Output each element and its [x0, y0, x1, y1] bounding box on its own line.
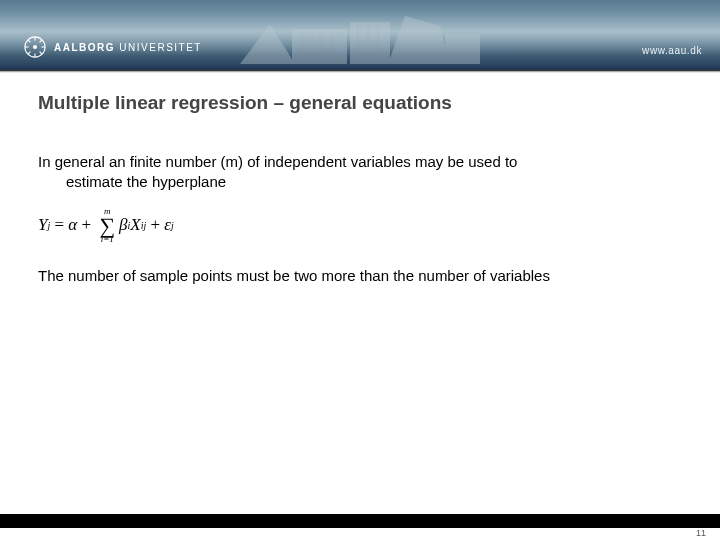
equation: Yj = α + m ∑ i=1 βi Xij + εj	[38, 207, 682, 245]
logo-sub: UNIVERSITET	[119, 42, 202, 53]
eq-plus2: +	[151, 214, 161, 237]
para1-line1: In general an finite number (m) of indep…	[38, 153, 517, 170]
eq-beta: β	[119, 214, 127, 237]
eq-sum-bot: i=1	[101, 235, 114, 244]
para1-line2: estimate the hyperplane	[38, 172, 682, 192]
svg-rect-2	[350, 22, 390, 64]
paragraph-2: The number of sample points must be two …	[38, 266, 682, 286]
svg-line-20	[28, 52, 31, 55]
slide: AALBORG UNIVERSITET www.aau.dk Multiple …	[0, 0, 720, 540]
header-url: www.aau.dk	[642, 45, 702, 56]
paragraph-1: In general an finite number (m) of indep…	[38, 152, 682, 193]
slide-title: Multiple linear regression – general equ…	[38, 92, 682, 114]
footer-bar	[0, 514, 720, 528]
eq-sum: m ∑ i=1	[99, 207, 115, 245]
svg-rect-4	[445, 34, 480, 64]
eq-sum-symbol: ∑	[99, 216, 115, 236]
page-number: 11	[696, 528, 706, 538]
svg-marker-0	[240, 24, 295, 64]
eq-alpha: α	[68, 214, 77, 237]
svg-line-19	[40, 52, 43, 55]
eq-eps-sub: j	[171, 219, 174, 233]
svg-marker-3	[388, 16, 450, 64]
svg-line-18	[28, 40, 31, 43]
logo-main: AALBORG	[54, 42, 115, 53]
eq-Y-sub: j	[47, 219, 50, 233]
eq-equals: =	[55, 214, 65, 237]
eq-plus1: +	[82, 214, 92, 237]
aau-logo-text: AALBORG UNIVERSITET	[54, 42, 202, 53]
content-area: Multiple linear regression – general equ…	[38, 92, 682, 287]
banner-building-graphic	[210, 4, 510, 64]
body-text: In general an finite number (m) of indep…	[38, 152, 682, 287]
aau-logo: AALBORG UNIVERSITET	[24, 36, 202, 58]
aau-logo-mark	[24, 36, 46, 58]
eq-X-sub: ij	[141, 219, 147, 233]
svg-rect-1	[292, 29, 347, 64]
svg-line-21	[40, 40, 43, 43]
svg-point-13	[33, 45, 37, 49]
banner-shadow	[0, 70, 720, 73]
eq-X: X	[130, 214, 140, 237]
header-banner: AALBORG UNIVERSITET www.aau.dk	[0, 0, 720, 70]
